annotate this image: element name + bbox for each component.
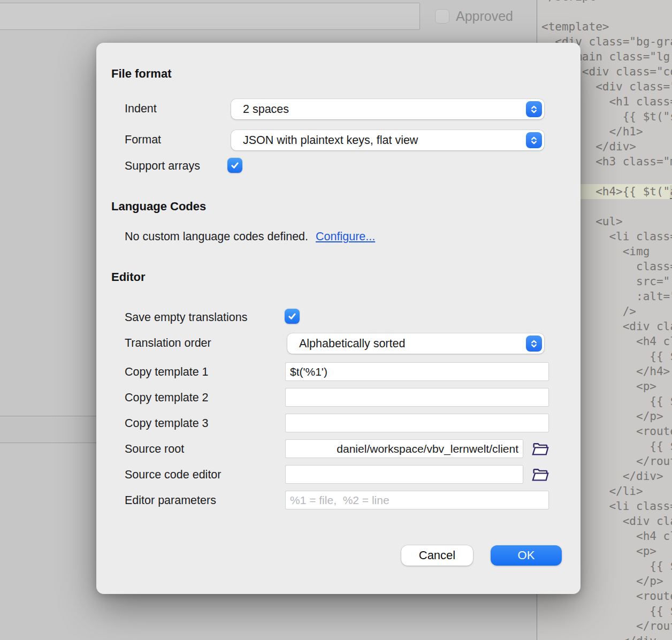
- source-code-editor-browse-button[interactable]: [530, 466, 549, 483]
- copy-template-3-input[interactable]: [285, 414, 549, 432]
- copy-template-2-input[interactable]: [285, 388, 549, 407]
- source-code-editor-label: Source code editor: [125, 468, 221, 482]
- format-label: Format: [125, 133, 161, 147]
- chevron-up-down-icon: [526, 132, 542, 148]
- indent-select-value: 2 spaces: [243, 103, 289, 116]
- folder-icon: [531, 441, 549, 456]
- copy-template-1-label: Copy template 1: [125, 365, 209, 379]
- format-select[interactable]: JSON with plaintext keys, flat view: [231, 130, 544, 150]
- source-root-browse-button[interactable]: [530, 440, 549, 457]
- code-line: </route: [537, 619, 672, 634]
- ok-button[interactable]: OK: [491, 545, 562, 566]
- code-line: </script>: [537, 0, 672, 4]
- file-format-heading: File format: [111, 67, 171, 81]
- support-arrays-label: Support arrays: [125, 159, 200, 173]
- checkmark-icon: [230, 161, 240, 170]
- no-language-codes-text: No custom language codes defined.: [125, 230, 308, 243]
- source-root-label: Source root: [125, 443, 184, 456]
- approved-label: Approved: [456, 9, 513, 24]
- chevron-up-down-icon: [526, 336, 542, 352]
- editor-parameters-label: Editor parameters: [125, 494, 216, 507]
- copy-template-3-label: Copy template 3: [125, 417, 209, 430]
- approved-checkbox[interactable]: [435, 9, 449, 24]
- configure-link[interactable]: Configure...: [316, 230, 375, 243]
- editor-parameters-input[interactable]: [285, 491, 549, 509]
- save-empty-translations-label: Save empty translations: [125, 311, 247, 324]
- code-line: </div: [537, 634, 672, 640]
- source-code-editor-input[interactable]: [285, 465, 523, 484]
- translation-order-label: Translation order: [125, 337, 211, 350]
- source-root-input[interactable]: [285, 439, 523, 458]
- indent-label: Indent: [125, 102, 157, 116]
- translation-order-select[interactable]: Alphabetically sorted: [287, 333, 544, 354]
- translation-order-select-value: Alphabetically sorted: [299, 337, 405, 351]
- background-text-field[interactable]: [0, 3, 420, 30]
- copy-template-2-label: Copy template 2: [125, 391, 209, 405]
- code-line: [537, 4, 672, 19]
- language-codes-status: No custom language codes defined.Configu…: [125, 230, 375, 243]
- language-codes-heading: Language Codes: [111, 200, 206, 214]
- checkmark-icon: [287, 311, 297, 321]
- cancel-button[interactable]: Cancel: [401, 545, 473, 566]
- chevron-up-down-icon: [526, 101, 542, 117]
- settings-dialog: File format Indent 2 spaces Format JSON …: [96, 43, 581, 594]
- code-line: {{ $t: [537, 604, 672, 619]
- format-select-value: JSON with plaintext keys, flat view: [243, 134, 418, 147]
- translation-key-highlight: a.: [670, 185, 672, 199]
- copy-template-1-input[interactable]: [285, 362, 549, 381]
- support-arrays-checkbox[interactable]: [227, 158, 242, 173]
- indent-select[interactable]: 2 spaces: [231, 99, 544, 119]
- code-line: <template>: [537, 19, 672, 34]
- folder-icon: [531, 467, 549, 482]
- save-empty-translations-checkbox[interactable]: [285, 309, 300, 324]
- editor-heading: Editor: [111, 270, 146, 284]
